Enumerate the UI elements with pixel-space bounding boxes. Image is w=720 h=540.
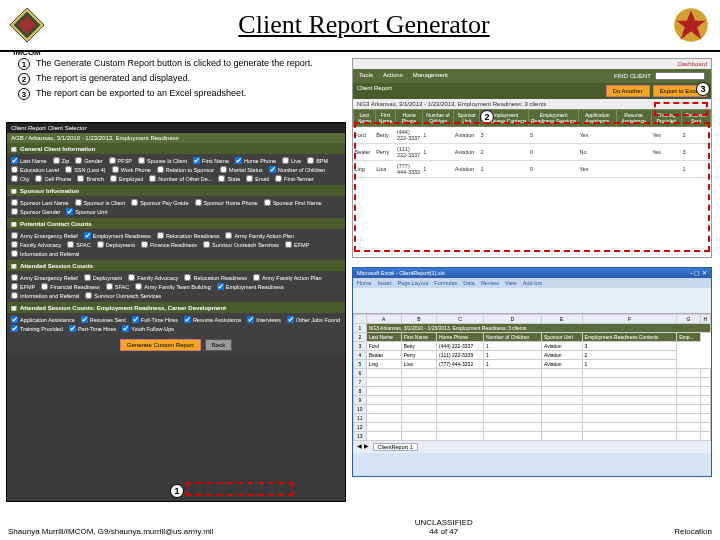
checkbox-input[interactable] xyxy=(195,199,202,206)
checkbox-option[interactable]: Number of Other De... xyxy=(149,175,212,182)
checkbox-input[interactable] xyxy=(141,241,148,248)
checkbox-input[interactable] xyxy=(235,157,242,164)
checkbox-input[interactable] xyxy=(81,316,88,323)
checkbox-option[interactable]: Email xyxy=(246,175,269,182)
checkbox-option[interactable]: Sponsor Unit xyxy=(66,208,107,215)
sheet-nav-icon[interactable]: ◀ ▶ xyxy=(357,443,369,451)
menu-actions[interactable]: Actions xyxy=(383,72,403,80)
section-attended-session-counts[interactable]: ▣Attended Session Counts xyxy=(7,260,345,271)
excel-row[interactable]: 5LingLisa(777) 444-33321Aviation1 xyxy=(354,360,711,369)
dashboard-link[interactable]: Dashboard xyxy=(678,61,707,67)
checkbox-input[interactable] xyxy=(69,325,76,332)
back-button[interactable]: Back xyxy=(205,339,232,351)
ribbon-tab[interactable]: Data xyxy=(463,280,475,286)
checkbox-option[interactable]: Sponsor is Client xyxy=(75,199,126,206)
checkbox-input[interactable] xyxy=(41,283,48,290)
checkbox-option[interactable]: Zip xyxy=(53,157,70,164)
checkbox-option[interactable]: Deployment xyxy=(84,274,122,281)
checkbox-input[interactable] xyxy=(128,274,135,281)
ribbon-tab[interactable]: Add-Ins xyxy=(523,280,542,286)
checkbox-option[interactable]: City xyxy=(11,175,29,182)
checkbox-option[interactable]: Employed xyxy=(110,175,143,182)
checkbox-option[interactable]: EFMP xyxy=(285,241,309,248)
do-another-button[interactable]: Do Another xyxy=(606,85,650,97)
checkbox-option[interactable]: Army Family Action Plan xyxy=(253,274,322,281)
checkbox-input[interactable] xyxy=(11,241,18,248)
checkbox-option[interactable]: First-Termer xyxy=(275,175,314,182)
table-row[interactable]: BealerPerry(111) 222-33371Aviation20NoYe… xyxy=(354,144,711,161)
sheet-tab[interactable]: ClientReport 1 xyxy=(373,443,418,451)
checkbox-input[interactable] xyxy=(135,283,142,290)
checkbox-input[interactable] xyxy=(203,241,210,248)
checkbox-input[interactable] xyxy=(11,232,18,239)
ribbon-tab[interactable]: Page Layout xyxy=(397,280,428,286)
ribbon-tab[interactable]: Home xyxy=(357,280,372,286)
checkbox-option[interactable]: Number of Children xyxy=(269,166,326,173)
checkbox-option[interactable]: State xyxy=(218,175,240,182)
checkbox-option[interactable]: Information and Referral xyxy=(11,250,79,257)
checkbox-input[interactable] xyxy=(275,175,282,182)
checkbox-option[interactable]: Information and Referral xyxy=(11,292,79,299)
checkbox-input[interactable] xyxy=(138,157,145,164)
checkbox-input[interactable] xyxy=(157,166,164,173)
excel-row[interactable]: 3FordBetty(444) 222-33371Aviation3 xyxy=(354,342,711,351)
checkbox-option[interactable]: Employment Readiness xyxy=(217,283,284,290)
checkbox-option[interactable]: Part-Time Hires xyxy=(69,325,116,332)
checkbox-option[interactable]: Sponsor Home Phone xyxy=(195,199,258,206)
excel-grid[interactable]: ABCDEFGH 1NG3 Arkansas, 3/1/2010 - 1/23/… xyxy=(353,314,711,441)
checkbox-input[interactable] xyxy=(112,166,119,173)
checkbox-input[interactable] xyxy=(106,283,113,290)
section-employment-readiness-career[interactable]: ▣Attended Session Counts: Employment Rea… xyxy=(7,302,345,313)
checkbox-option[interactable]: Youth Follow-Ups xyxy=(122,325,174,332)
find-client-input[interactable] xyxy=(655,72,705,80)
checkbox-option[interactable]: SFAC xyxy=(106,283,129,290)
checkbox-option[interactable]: Sponsor Gender xyxy=(11,208,60,215)
checkbox-option[interactable]: Family Advocacy xyxy=(128,274,178,281)
checkbox-option[interactable]: Last Name xyxy=(11,157,47,164)
checkbox-input[interactable] xyxy=(11,208,18,215)
table-row[interactable]: LingLisa(777) 444-33321Aviation10Yes1 xyxy=(354,161,711,178)
menu-management[interactable]: Management xyxy=(413,72,448,80)
checkbox-option[interactable]: Sponsor Last Name xyxy=(11,199,69,206)
checkbox-input[interactable] xyxy=(131,199,138,206)
ribbon-tab[interactable]: Formulas xyxy=(434,280,457,286)
checkbox-input[interactable] xyxy=(122,325,129,332)
checkbox-option[interactable]: Deployment xyxy=(97,241,135,248)
checkbox-input[interactable] xyxy=(11,166,18,173)
checkbox-input[interactable] xyxy=(67,241,74,248)
checkbox-option[interactable]: BPM xyxy=(307,157,328,164)
checkbox-input[interactable] xyxy=(75,157,82,164)
checkbox-option[interactable]: Financial Readiness xyxy=(41,283,100,290)
checkbox-option[interactable]: PFSP xyxy=(109,157,132,164)
checkbox-input[interactable] xyxy=(110,175,117,182)
ribbon-tab[interactable]: Insert xyxy=(378,280,392,286)
checkbox-option[interactable]: Family Advocacy xyxy=(11,241,61,248)
checkbox-option[interactable]: Resume Assistance xyxy=(184,316,241,323)
checkbox-input[interactable] xyxy=(35,175,42,182)
checkbox-option[interactable]: Cell Phone xyxy=(35,175,71,182)
checkbox-input[interactable] xyxy=(132,316,139,323)
checkbox-input[interactable] xyxy=(11,283,18,290)
checkbox-input[interactable] xyxy=(282,157,289,164)
checkbox-input[interactable] xyxy=(109,157,116,164)
checkbox-input[interactable] xyxy=(220,166,227,173)
checkbox-input[interactable] xyxy=(53,157,60,164)
checkbox-input[interactable] xyxy=(287,316,294,323)
checkbox-option[interactable]: Employment Readiness xyxy=(84,232,151,239)
window-controls[interactable]: – ▢ ✕ xyxy=(690,270,707,276)
checkbox-option[interactable]: EFMP xyxy=(11,283,35,290)
checkbox-input[interactable] xyxy=(11,157,18,164)
checkbox-option[interactable]: Training Provided xyxy=(11,325,63,332)
checkbox-option[interactable]: Resumes Sent xyxy=(81,316,126,323)
checkbox-input[interactable] xyxy=(269,166,276,173)
checkbox-input[interactable] xyxy=(246,175,253,182)
checkbox-input[interactable] xyxy=(11,250,18,257)
checkbox-option[interactable]: Gender xyxy=(75,157,102,164)
checkbox-option[interactable]: Army Emergency Relief xyxy=(11,232,78,239)
checkbox-input[interactable] xyxy=(97,241,104,248)
checkbox-input[interactable] xyxy=(184,316,191,323)
checkbox-input[interactable] xyxy=(253,274,260,281)
ribbon-tab[interactable]: Review xyxy=(481,280,499,286)
checkbox-input[interactable] xyxy=(84,274,91,281)
ribbon-tab[interactable]: View xyxy=(505,280,517,286)
